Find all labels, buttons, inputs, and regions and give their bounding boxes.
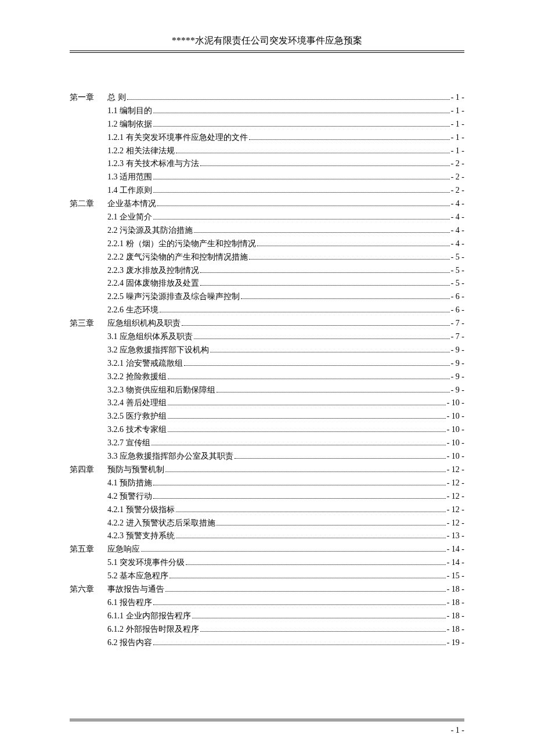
toc-entry: 3.2.6 技术专家组- 10 - [70,426,464,434]
leader-dots [241,298,450,299]
toc-entry: 1.4 工作原则- 2 - [70,186,464,195]
toc-entry: 4.2.2 进入预警状态后采取措施- 12 - [70,519,464,527]
leader-dots [200,631,446,632]
toc-title: 3.1 应急组织体系及职责 [107,333,193,341]
leader-dots [153,219,450,219]
toc-entry: 2.2.6 生态环境- 6 - [70,306,464,314]
leader-dots [168,379,450,379]
toc-title: 5.1 突发环境事件分级 [107,559,185,567]
toc-page-ref: - 19 - [447,639,464,647]
toc-entry: 5.1 突发环境事件分级- 14 - [70,559,464,567]
chapter-label: 第一章 [70,93,107,102]
toc-page-ref: - 10 - [447,452,464,460]
toc-title: 3.2 应急救援指挥部下设机构 [107,346,209,354]
toc-page-ref: - 1 - [451,147,464,155]
toc-entry: 第三章应急组织机构及职责- 7 - [70,319,464,327]
toc-entry: 2.2 污染源及其防治措施- 4 - [70,226,464,235]
leader-dots [153,645,446,645]
toc-page-ref: - 14 - [447,559,464,567]
toc-entry: 第一章总 则- 1 - [70,93,464,102]
toc-entry: 3.2.4 善后处理组- 10 - [70,399,464,407]
toc-entry: 5.2 基本应急程序- 15 - [70,572,464,580]
toc-entry: 2.2.2 废气污染物的产生和控制情况措施- 5 - [70,253,464,261]
toc-page-ref: - 4 - [451,200,464,208]
toc-title: 3.3 应急救援指挥部办公室及其职责 [107,452,233,460]
toc-entry: 3.2.2 抢险救援组- 9 - [70,373,464,381]
leader-dots [176,153,450,153]
toc-title: 6.1.1 企业内部报告程序 [107,612,191,620]
leader-dots [153,179,450,179]
toc-page-ref: - 2 - [451,186,464,195]
toc-title: 1.3 适用范围 [107,173,152,181]
toc-title: 2.2.6 生态环境 [107,306,158,314]
toc-page-ref: - 7 - [451,333,464,341]
document-page: *****水泥有限责任公司突发环境事件应急预案 第一章总 则- 1 -1.1 编… [0,0,534,675]
leader-dots [153,126,450,127]
toc-title: 3.2.1 治安警戒疏散组 [107,359,183,368]
toc-title: 3.2.6 技术专家组 [107,426,167,434]
toc-entry: 3.2.1 治安警戒疏散组- 9 - [70,359,464,368]
chapter-label: 第四章 [70,466,107,474]
chapter-label: 第三章 [70,319,107,327]
toc-entry: 1.1 编制目的- 1 - [70,107,464,115]
toc-title: 应急组织机构及职责 [107,319,181,327]
toc-page-ref: - 6 - [451,306,464,314]
toc-title: 4.2.2 进入预警状态后采取措施 [107,519,215,527]
toc-entry: 6.1.1 企业内部报告程序- 18 - [70,612,464,620]
toc-page-ref: - 12 - [447,519,464,527]
leader-dots [200,165,450,166]
toc-entry: 4.2 预警行动- 12 - [70,492,464,501]
toc-page-ref: - 15 - [447,572,464,580]
leader-dots [186,564,446,565]
toc-entry: 6.1.2 外部报告时限及程序- 18 - [70,625,464,633]
page-number: - 1 - [451,726,464,735]
toc-page-ref: - 14 - [447,545,464,553]
toc-title: 4.1 预防措施 [107,479,152,487]
toc-title: 4.2.3 预警支持系统 [107,532,175,540]
toc-page-ref: - 12 - [447,492,464,501]
toc-title: 2.1 企业简介 [107,213,152,221]
leader-dots [210,352,450,352]
toc-page-ref: - 6 - [451,293,464,301]
toc-entry: 第四章预防与预警机制- 12 - [70,466,464,474]
leader-dots [168,405,446,405]
leader-dots [176,512,446,512]
toc-entry: 3.2.7 宣传组- 10 - [70,439,464,447]
leader-dots [249,259,450,260]
leader-dots [182,325,450,326]
toc-title: 企业基本情况 [107,200,156,208]
leader-dots [153,192,450,193]
leader-dots [257,246,450,246]
toc-entry: 1.2.2 相关法律法规- 1 - [70,147,464,155]
toc-page-ref: - 9 - [451,346,464,354]
toc-page-ref: - 18 - [447,612,464,620]
toc-title: 6.2 报告内容 [107,639,152,647]
toc-page-ref: - 1 - [451,93,464,102]
toc-title: 6.1.2 外部报告时限及程序 [107,625,199,633]
page-header: *****水泥有限责任公司突发环境事件应急预案 [70,35,464,53]
toc-entry: 2.2.3 废水排放及控制情况- 5 - [70,267,464,275]
toc-page-ref: - 1 - [451,107,464,115]
toc-title: 1.2 编制依据 [107,120,152,128]
leader-dots [141,551,446,552]
toc-title: 应急响应 [107,545,140,553]
leader-dots [165,471,446,472]
leader-dots [194,232,450,233]
leader-dots [249,139,450,140]
toc-entry: 第二章企业基本情况- 4 - [70,200,464,208]
leader-dots [200,272,450,273]
toc-page-ref: - 4 - [451,213,464,221]
toc-page-ref: - 4 - [451,226,464,235]
toc-title: 1.4 工作原则 [107,186,152,195]
leader-dots [184,365,450,366]
toc-entry: 1.2.1 有关突发环境事件应急处理的文件- 1 - [70,134,464,142]
leader-dots [234,458,446,459]
toc-entry: 3.3 应急救援指挥部办公室及其职责- 10 - [70,452,464,460]
toc-page-ref: - 5 - [451,267,464,275]
toc-page-ref: - 12 - [447,466,464,474]
leader-dots [168,431,446,432]
leader-dots [217,392,450,393]
leader-dots [151,445,446,445]
toc-entry: 3.2.3 物资供应组和后勤保障组- 9 - [70,386,464,394]
leader-dots [217,525,446,525]
